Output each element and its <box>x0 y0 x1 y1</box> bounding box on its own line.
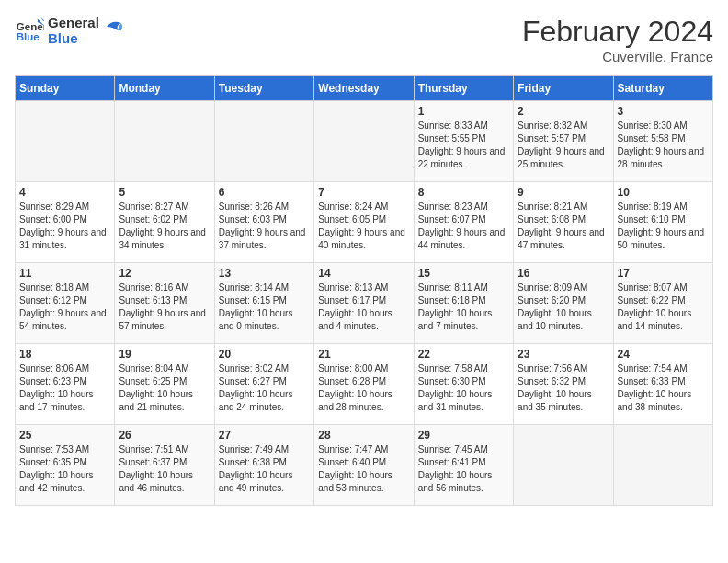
calendar-cell: 25Sunrise: 7:53 AM Sunset: 6:35 PM Dayli… <box>16 425 115 506</box>
weekday-header: Tuesday <box>214 76 313 101</box>
day-number: 15 <box>418 267 509 280</box>
day-number: 25 <box>19 429 110 442</box>
day-number: 7 <box>318 186 409 199</box>
day-number: 23 <box>518 348 609 361</box>
day-number: 6 <box>219 186 310 199</box>
logo: General Blue General Blue <box>15 15 123 47</box>
day-number: 16 <box>518 267 609 280</box>
day-info: Sunrise: 8:32 AM Sunset: 5:57 PM Dayligh… <box>518 120 609 171</box>
day-info: Sunrise: 7:56 AM Sunset: 6:32 PM Dayligh… <box>518 362 609 414</box>
calendar-cell: 16Sunrise: 8:09 AM Sunset: 6:20 PM Dayli… <box>514 263 613 344</box>
day-info: Sunrise: 8:06 AM Sunset: 6:23 PM Dayligh… <box>19 362 110 414</box>
day-number: 8 <box>418 186 509 199</box>
weekday-header: Monday <box>115 76 214 101</box>
day-info: Sunrise: 8:29 AM Sunset: 6:00 PM Dayligh… <box>19 201 110 252</box>
calendar-cell: 24Sunrise: 7:54 AM Sunset: 6:33 PM Dayli… <box>613 344 712 425</box>
day-number: 18 <box>19 348 110 361</box>
calendar-cell: 26Sunrise: 7:51 AM Sunset: 6:37 PM Dayli… <box>115 425 214 506</box>
day-number: 11 <box>19 267 110 280</box>
day-number: 4 <box>19 186 110 199</box>
day-number: 17 <box>618 267 709 280</box>
day-number: 20 <box>219 348 310 361</box>
day-info: Sunrise: 8:21 AM Sunset: 6:08 PM Dayligh… <box>518 201 609 252</box>
calendar-cell: 5Sunrise: 8:27 AM Sunset: 6:02 PM Daylig… <box>115 182 214 263</box>
day-info: Sunrise: 7:54 AM Sunset: 6:33 PM Dayligh… <box>618 362 709 414</box>
day-info: Sunrise: 8:00 AM Sunset: 6:28 PM Dayligh… <box>318 362 409 414</box>
calendar-cell: 12Sunrise: 8:16 AM Sunset: 6:13 PM Dayli… <box>115 263 214 344</box>
day-number: 3 <box>618 105 709 118</box>
day-info: Sunrise: 7:53 AM Sunset: 6:35 PM Dayligh… <box>19 443 110 495</box>
logo-general: General <box>48 15 99 30</box>
day-info: Sunrise: 8:16 AM Sunset: 6:13 PM Dayligh… <box>119 282 210 333</box>
day-number: 28 <box>318 429 409 442</box>
day-info: Sunrise: 8:19 AM Sunset: 6:10 PM Dayligh… <box>618 201 709 252</box>
calendar-cell: 13Sunrise: 8:14 AM Sunset: 6:15 PM Dayli… <box>214 263 313 344</box>
calendar-cell: 6Sunrise: 8:26 AM Sunset: 6:03 PM Daylig… <box>214 182 313 263</box>
day-info: Sunrise: 8:09 AM Sunset: 6:20 PM Dayligh… <box>518 282 609 333</box>
calendar-cell: 22Sunrise: 7:58 AM Sunset: 6:30 PM Dayli… <box>414 344 513 425</box>
day-info: Sunrise: 7:45 AM Sunset: 6:41 PM Dayligh… <box>418 443 509 495</box>
day-info: Sunrise: 7:51 AM Sunset: 6:37 PM Dayligh… <box>119 443 210 495</box>
day-number: 5 <box>119 186 210 199</box>
day-number: 13 <box>219 267 310 280</box>
day-info: Sunrise: 8:11 AM Sunset: 6:18 PM Dayligh… <box>418 282 509 333</box>
day-info: Sunrise: 8:04 AM Sunset: 6:25 PM Dayligh… <box>119 362 210 414</box>
logo-bird-icon <box>105 17 123 36</box>
calendar-cell: 19Sunrise: 8:04 AM Sunset: 6:25 PM Dayli… <box>115 344 214 425</box>
calendar-cell <box>613 425 712 506</box>
day-number: 24 <box>618 348 709 361</box>
day-info: Sunrise: 8:27 AM Sunset: 6:02 PM Dayligh… <box>119 201 210 252</box>
weekday-header: Saturday <box>613 76 712 101</box>
day-number: 29 <box>418 429 509 442</box>
day-number: 12 <box>119 267 210 280</box>
calendar-week-row: 4Sunrise: 8:29 AM Sunset: 6:00 PM Daylig… <box>16 182 713 263</box>
day-number: 19 <box>119 348 210 361</box>
day-number: 10 <box>618 186 709 199</box>
day-number: 27 <box>219 429 310 442</box>
calendar-cell: 23Sunrise: 7:56 AM Sunset: 6:32 PM Dayli… <box>514 344 613 425</box>
day-info: Sunrise: 8:33 AM Sunset: 5:55 PM Dayligh… <box>418 120 509 171</box>
day-number: 1 <box>418 105 509 118</box>
day-number: 2 <box>518 105 609 118</box>
calendar-week-row: 18Sunrise: 8:06 AM Sunset: 6:23 PM Dayli… <box>16 344 713 425</box>
weekday-header: Sunday <box>16 76 115 101</box>
day-info: Sunrise: 8:13 AM Sunset: 6:17 PM Dayligh… <box>318 282 409 333</box>
calendar-header-row: SundayMondayTuesdayWednesdayThursdayFrid… <box>16 76 713 101</box>
day-number: 26 <box>119 429 210 442</box>
day-number: 9 <box>518 186 609 199</box>
calendar-cell: 14Sunrise: 8:13 AM Sunset: 6:17 PM Dayli… <box>314 263 414 344</box>
calendar-cell: 7Sunrise: 8:24 AM Sunset: 6:05 PM Daylig… <box>314 182 414 263</box>
day-info: Sunrise: 8:14 AM Sunset: 6:15 PM Dayligh… <box>219 282 310 333</box>
calendar-cell: 3Sunrise: 8:30 AM Sunset: 5:58 PM Daylig… <box>613 101 712 182</box>
weekday-header: Thursday <box>414 76 513 101</box>
svg-text:Blue: Blue <box>17 31 40 42</box>
day-info: Sunrise: 8:07 AM Sunset: 6:22 PM Dayligh… <box>618 282 709 333</box>
day-info: Sunrise: 8:26 AM Sunset: 6:03 PM Dayligh… <box>219 201 310 252</box>
calendar-cell: 10Sunrise: 8:19 AM Sunset: 6:10 PM Dayli… <box>613 182 712 263</box>
calendar-cell <box>314 101 414 182</box>
calendar-cell: 20Sunrise: 8:02 AM Sunset: 6:27 PM Dayli… <box>214 344 313 425</box>
day-info: Sunrise: 7:47 AM Sunset: 6:40 PM Dayligh… <box>318 443 409 495</box>
calendar-cell: 1Sunrise: 8:33 AM Sunset: 5:55 PM Daylig… <box>414 101 513 182</box>
calendar-week-row: 11Sunrise: 8:18 AM Sunset: 6:12 PM Dayli… <box>16 263 713 344</box>
calendar-cell <box>514 425 613 506</box>
calendar-week-row: 1Sunrise: 8:33 AM Sunset: 5:55 PM Daylig… <box>16 101 713 182</box>
logo-icon: General Blue <box>15 16 44 45</box>
day-info: Sunrise: 8:02 AM Sunset: 6:27 PM Dayligh… <box>219 362 310 414</box>
month-year-title: February 2024 <box>522 15 713 49</box>
calendar-cell: 27Sunrise: 7:49 AM Sunset: 6:38 PM Dayli… <box>214 425 313 506</box>
calendar-week-row: 25Sunrise: 7:53 AM Sunset: 6:35 PM Dayli… <box>16 425 713 506</box>
logo-blue: Blue <box>48 30 99 46</box>
calendar-cell: 18Sunrise: 8:06 AM Sunset: 6:23 PM Dayli… <box>16 344 115 425</box>
day-info: Sunrise: 7:58 AM Sunset: 6:30 PM Dayligh… <box>418 362 509 414</box>
calendar-cell <box>115 101 214 182</box>
day-info: Sunrise: 8:23 AM Sunset: 6:07 PM Dayligh… <box>418 201 509 252</box>
calendar-cell: 17Sunrise: 8:07 AM Sunset: 6:22 PM Dayli… <box>613 263 712 344</box>
calendar-cell: 8Sunrise: 8:23 AM Sunset: 6:07 PM Daylig… <box>414 182 513 263</box>
calendar-table: SundayMondayTuesdayWednesdayThursdayFrid… <box>15 75 713 506</box>
day-number: 14 <box>318 267 409 280</box>
calendar-cell: 21Sunrise: 8:00 AM Sunset: 6:28 PM Dayli… <box>314 344 414 425</box>
day-info: Sunrise: 7:49 AM Sunset: 6:38 PM Dayligh… <box>219 443 310 495</box>
calendar-cell: 11Sunrise: 8:18 AM Sunset: 6:12 PM Dayli… <box>16 263 115 344</box>
calendar-cell: 4Sunrise: 8:29 AM Sunset: 6:00 PM Daylig… <box>16 182 115 263</box>
